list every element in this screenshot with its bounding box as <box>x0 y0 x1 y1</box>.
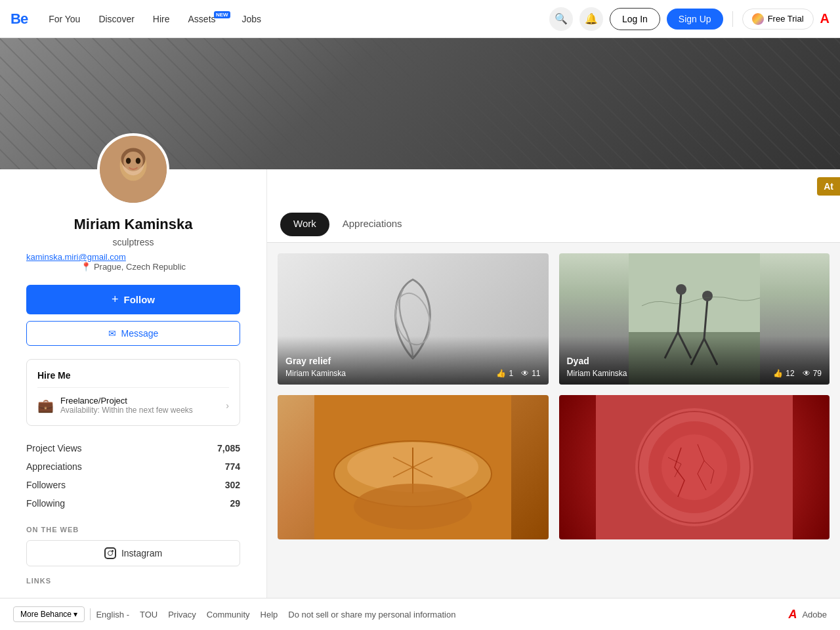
footer-help[interactable]: Help <box>261 610 278 620</box>
svg-point-24 <box>354 484 472 530</box>
stat-row-following: Following 29 <box>26 494 240 513</box>
footer-tou[interactable]: TOU <box>140 610 158 620</box>
project-card-red[interactable] <box>559 395 830 539</box>
nav-link-discover[interactable]: Discover <box>91 10 142 28</box>
project-card-gray-relief[interactable]: Gray relief Miriam Kaminska 👍 1 👁 11 <box>278 253 549 385</box>
footer-divider <box>90 608 91 620</box>
svg-point-13 <box>676 284 686 295</box>
svg-point-28 <box>662 434 727 500</box>
profile-email[interactable]: kaminska.miri@gmail.com <box>26 252 126 262</box>
behance-logo[interactable]: Be <box>10 10 28 28</box>
freetrial-icon <box>752 13 764 25</box>
tabs-bar: Work Appreciations <box>267 206 840 243</box>
divider <box>732 11 733 27</box>
project-info-gray-relief: Gray relief Miriam Kaminska 👍 1 👁 11 <box>278 336 549 385</box>
footer-links: TOU Privacy Community Help <box>140 610 278 620</box>
profile-location: 📍 Prague, Czech Republic <box>26 262 240 272</box>
footer-privacy[interactable]: Privacy <box>168 610 196 620</box>
sidebar: Miriam Kaminska sculptress kaminska.miri… <box>0 169 267 630</box>
signup-button[interactable]: Sign Up <box>667 9 723 30</box>
chevron-right-icon: › <box>226 400 229 411</box>
footer-community[interactable]: Community <box>207 610 250 620</box>
project-title: Gray relief <box>285 356 541 366</box>
hire-card: Hire Me 💼 Freelance/Project Availability… <box>26 359 240 426</box>
instagram-icon <box>104 547 116 559</box>
message-icon: ✉ <box>108 328 116 339</box>
main-layout: Miriam Kaminska sculptress kaminska.miri… <box>0 169 840 630</box>
projects-grid: Gray relief Miriam Kaminska 👍 1 👁 11 <box>267 243 840 550</box>
project-meta: Miriam Kaminska 👍 1 👁 11 <box>285 369 541 378</box>
project-title: Dyad <box>567 356 822 366</box>
stats-section: Project Views 7,085 Appreciations 774 Fo… <box>26 439 240 513</box>
search-button[interactable]: 🔍 <box>549 7 573 31</box>
language-selector[interactable]: English - <box>96 610 129 620</box>
tab-appreciations[interactable]: Appreciations <box>329 207 415 242</box>
profile-name: Miriam Kaminska <box>26 216 240 233</box>
adobe-footer-logo: A <box>788 608 797 621</box>
notifications-button[interactable]: 🔔 <box>579 7 603 31</box>
project-author: Miriam Kaminska <box>567 369 627 378</box>
stat-row-appreciations: Appreciations 774 <box>26 457 240 476</box>
footer-left: More Behance ▾ English - <box>13 606 129 622</box>
project-thumb-red <box>559 395 830 539</box>
nav-link-assets[interactable]: Assets NEW <box>180 10 232 28</box>
footer-right: A Adobe <box>788 608 827 621</box>
freetrial-button[interactable]: Free Trial <box>742 9 814 30</box>
more-behance-button[interactable]: More Behance ▾ <box>13 606 85 622</box>
stat-row-followers: Followers 302 <box>26 476 240 494</box>
svg-point-17 <box>702 291 713 301</box>
project-author: Miriam Kaminska <box>285 369 346 378</box>
links-label: LINKS <box>26 577 240 585</box>
avatar-wrapper <box>26 133 240 205</box>
project-card-leaf[interactable] <box>278 395 549 539</box>
avatar <box>97 133 169 205</box>
project-thumb-leaf <box>278 395 549 539</box>
svg-point-5 <box>126 158 131 163</box>
plus-icon: + <box>112 293 119 306</box>
views: 👁 79 <box>803 369 822 378</box>
hire-title: Hire Me <box>37 370 229 388</box>
project-meta: Miriam Kaminska 👍 12 👁 79 <box>567 369 822 378</box>
nav-link-hire[interactable]: Hire <box>145 10 178 28</box>
at-badge: At <box>817 177 840 196</box>
svg-point-6 <box>136 158 140 163</box>
adobe-footer-text: Adobe <box>802 610 827 620</box>
nav-links: For You Discover Hire Assets NEW Jobs <box>41 10 549 28</box>
views: 👁 11 <box>521 369 540 378</box>
follow-button[interactable]: + Follow <box>26 285 240 314</box>
stat-row-views: Project Views 7,085 <box>26 439 240 457</box>
hire-text: Freelance/Project Availability: Within t… <box>60 396 193 415</box>
likes: 👍 1 <box>496 369 513 378</box>
adobe-logo[interactable]: A <box>820 11 830 26</box>
on-web-label: ON THE WEB <box>26 526 240 534</box>
instagram-button[interactable]: Instagram <box>26 540 240 566</box>
briefcase-icon: 💼 <box>37 398 54 413</box>
project-info-dyad: Dyad Miriam Kaminska 👍 12 👁 79 <box>559 336 830 385</box>
hire-item[interactable]: 💼 Freelance/Project Availability: Within… <box>37 396 229 415</box>
profile-title: sculptress <box>26 237 240 247</box>
navbar: Be For You Discover Hire Assets NEW Jobs… <box>0 0 840 38</box>
nav-right: 🔍 🔔 Log In Sign Up Free Trial A <box>549 7 830 31</box>
location-pin-icon: 📍 <box>81 262 91 272</box>
new-badge: NEW <box>214 11 230 18</box>
nav-link-for-you[interactable]: For You <box>41 10 88 28</box>
likes: 👍 12 <box>773 369 794 378</box>
footer: More Behance ▾ English - TOU Privacy Com… <box>0 598 840 630</box>
content-area: At Work Appreciations Gray relief <box>267 169 840 630</box>
login-button[interactable]: Log In <box>610 8 660 30</box>
no-sell-text[interactable]: Do not sell or share my personal informa… <box>288 610 455 620</box>
tab-work[interactable]: Work <box>280 213 329 236</box>
message-button[interactable]: ✉ Message <box>26 321 240 346</box>
project-card-dyad[interactable]: Dyad Miriam Kaminska 👍 12 👁 79 <box>559 253 830 385</box>
nav-link-jobs[interactable]: Jobs <box>234 10 270 28</box>
